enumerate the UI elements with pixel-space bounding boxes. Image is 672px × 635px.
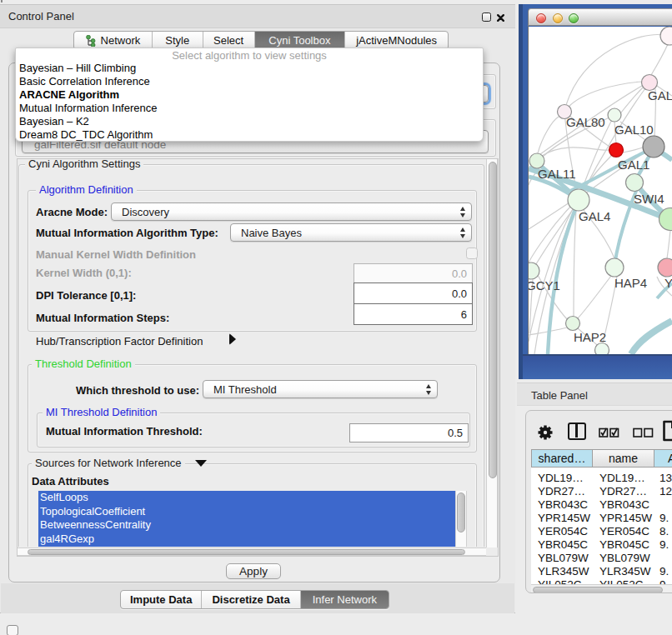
table-row[interactable]: YER054CYER054C8. [531, 525, 672, 538]
mi-steps-field[interactable]: 6 [354, 303, 473, 325]
popup-item[interactable]: Bayesian – Hill Climbing [16, 62, 483, 75]
combo-arrows-icon [454, 207, 471, 218]
sources-header[interactable]: Sources for Network Inference [32, 458, 185, 469]
kernel-width-field[interactable]: 0.0 [354, 263, 473, 283]
table-cell: YER054C [538, 525, 588, 538]
table-cell: YLR345W [599, 565, 651, 578]
popup-item[interactable]: Dream8 DC_TDC Algorithm [16, 128, 483, 142]
tab-style[interactable]: Style [153, 32, 203, 49]
network-node[interactable] [609, 143, 624, 158]
scrollbar-thumb[interactable] [457, 492, 465, 532]
table-cell: YIL052C [599, 578, 644, 584]
popup-item[interactable]: Mutual Information Inference [16, 102, 483, 115]
manual-kernel-label: Manual Kernel Width Definition [36, 248, 196, 261]
hub-definition-header[interactable]: Hub/Transcription Factor Definition [36, 335, 203, 348]
network-node[interactable] [660, 27, 672, 45]
list-item[interactable]: gal4RGexp [38, 532, 455, 547]
network-node[interactable] [568, 189, 589, 211]
tab-select[interactable]: Select [203, 32, 255, 49]
expanded-arrow-icon[interactable] [195, 460, 207, 467]
aracne-mode-label: Aracne Mode: [36, 206, 108, 218]
tab-discretize-data[interactable]: Discretize Data [202, 591, 300, 608]
split-panel-icon[interactable] [568, 422, 586, 440]
data-attributes-label: Data Attributes [32, 475, 109, 488]
tab-label: Select [213, 34, 243, 47]
network-node[interactable] [605, 258, 624, 277]
which-threshold-label: Which threshold to use: [76, 384, 199, 397]
popup-item[interactable]: Bayesian – K2 [16, 115, 483, 128]
minimized-panel-icon[interactable] [7, 625, 18, 635]
table-row[interactable]: YBL079WYBL079W [531, 552, 672, 565]
table-panel-header: Table Panel [517, 382, 672, 406]
column-header-name[interactable]: name [592, 449, 654, 468]
popup-item[interactable]: Basic Correlation Inference [16, 75, 483, 88]
dpi-tolerance-field[interactable]: 0.0 [354, 282, 473, 304]
table-horizontal-scrollbar[interactable] [531, 584, 672, 593]
table-row[interactable]: YDR27…YDR27…12 [531, 485, 672, 498]
list-item[interactable]: BetweennessCentrality [38, 518, 455, 532]
control-panel-titlebar[interactable]: Control Panel [0, 5, 515, 28]
table-row[interactable]: YBR043CYBR043C [531, 498, 672, 512]
tab-impute-data[interactable]: Impute Data [121, 591, 202, 608]
apply-button[interactable]: Apply [226, 563, 281, 579]
network-node[interactable] [626, 174, 644, 192]
float-window-icon[interactable] [482, 12, 491, 22]
column-header-next[interactable]: A [654, 449, 672, 468]
table-row[interactable]: YBR045CYBR045C9. [531, 538, 672, 552]
new-table-icon[interactable] [662, 420, 672, 442]
tab-jactivemnodules[interactable]: jActiveMNodules [345, 32, 448, 49]
tab-cyni-toolbox[interactable]: Cyni Toolbox [255, 32, 346, 49]
manual-kernel-checkbox[interactable] [466, 248, 478, 259]
table-row[interactable]: YPR145WYPR145W9. [531, 512, 672, 525]
tab-label: Discretize Data [212, 593, 289, 606]
network-node-label: Y [664, 276, 672, 290]
network-canvas[interactable]: GALGAL80GAL10GAL1GAL11SWI4GAL4GCY1HAP4YH… [529, 27, 672, 354]
table-cell: 9. [659, 538, 669, 552]
settings-vertical-scrollbar[interactable] [486, 159, 498, 548]
aracne-mode-combo[interactable]: Discovery [111, 202, 472, 221]
table-row[interactable]: YLR345WYLR345W9. [531, 565, 672, 578]
attribute-list-scrollbar[interactable] [455, 491, 467, 547]
table-rows: YDL19…YDL19…13YDR27…YDR27…12YBR043CYBR04… [531, 472, 672, 584]
network-node[interactable] [595, 343, 609, 355]
network-node[interactable] [658, 258, 672, 277]
which-threshold-combo[interactable]: MI Threshold [203, 380, 438, 398]
close-traffic-light[interactable] [536, 13, 546, 23]
table-cell: 8. [659, 525, 669, 538]
popup-item-selected[interactable]: ARACNE Algorithm [16, 88, 483, 102]
mi-threshold-label: Mutual Information Threshold: [46, 425, 203, 438]
table-cell: YBR045C [599, 538, 649, 552]
settings-horizontal-scrollbar[interactable] [18, 548, 486, 556]
close-icon[interactable] [497, 14, 504, 22]
tab-label: Infer Network [313, 593, 377, 606]
tab-label: Network [101, 34, 141, 47]
scrollbar-thumb[interactable] [489, 162, 497, 478]
network-node[interactable] [529, 262, 539, 279]
list-item[interactable]: TopologicalCoefficient [38, 505, 455, 519]
collapsed-arrow-icon[interactable] [229, 333, 236, 345]
network-graph: GALGAL80GAL10GAL1GAL11SWI4GAL4GCY1HAP4YH… [529, 27, 672, 354]
list-item[interactable]: SelfLoops [38, 491, 455, 505]
table-row[interactable]: YDL19…YDL19…13 [531, 472, 672, 485]
mi-threshold-field[interactable]: 0.5 [349, 423, 469, 442]
table-cell: YPR145W [538, 512, 590, 525]
network-node[interactable] [566, 317, 580, 331]
minimize-traffic-light[interactable] [553, 13, 563, 23]
table-row[interactable]: YIL052CYIL052C9 [531, 578, 672, 584]
unselect-all-columns-icon[interactable] [633, 427, 654, 442]
scrollbar-thumb[interactable] [533, 587, 663, 593]
column-header-shared-name[interactable]: shared… [531, 449, 593, 468]
tab-network[interactable]: Network [74, 32, 153, 49]
network-node[interactable] [643, 136, 664, 158]
gear-icon[interactable] [537, 424, 554, 444]
tab-infer-network[interactable]: Infer Network [301, 591, 389, 608]
table-panel-title: Table Panel [531, 389, 588, 402]
zoom-traffic-light[interactable] [569, 13, 579, 23]
mi-type-combo[interactable]: Naive Bayes [230, 223, 472, 242]
network-window-titlebar[interactable] [528, 8, 672, 26]
scrollbar-thumb[interactable] [28, 549, 465, 555]
select-all-columns-icon[interactable] [599, 427, 619, 442]
which-threshold-value: MI Threshold [203, 383, 420, 396]
settings-viewport: Cyni Algorithm Settings Algorithm Defini… [18, 159, 486, 547]
network-node[interactable] [608, 108, 621, 122]
